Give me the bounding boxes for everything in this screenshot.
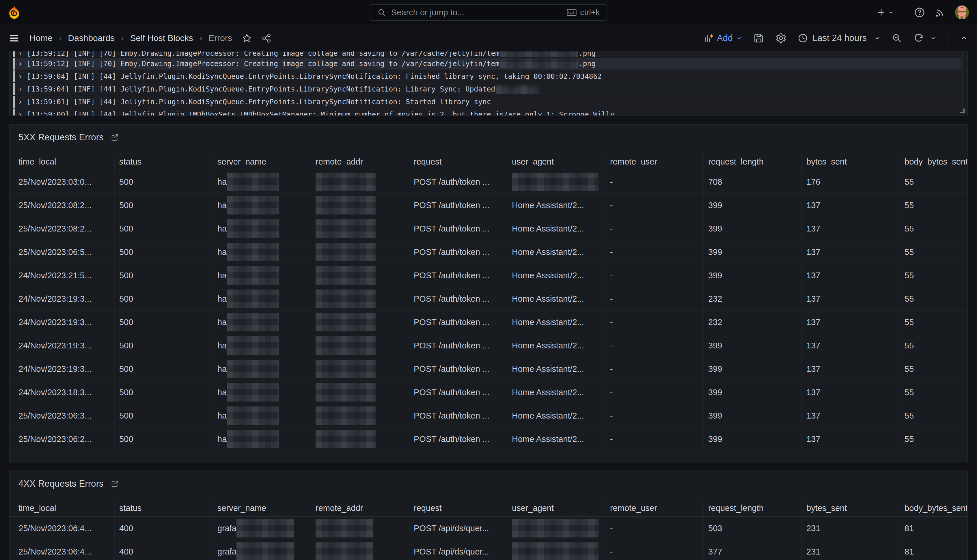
column-header-bytes_sent[interactable]: bytes_sent (802, 500, 900, 516)
column-header-user_agent[interactable]: user_agent (507, 153, 605, 170)
cell-user_agent: Home Assistant/2... (507, 217, 605, 240)
panel-resize-handle[interactable] (960, 108, 965, 113)
breadcrumb-item[interactable]: Errors (208, 33, 232, 43)
log-row[interactable]: ›[13:59:12] [INF] [70] Emby.Drawing.Imag… (13, 58, 961, 70)
refresh-icon (914, 33, 924, 43)
column-header-remote_user[interactable]: remote_user (605, 500, 703, 516)
column-header-remote_user[interactable]: remote_user (605, 153, 703, 170)
add-panel-button[interactable]: Add (704, 33, 742, 43)
cell-request: POST /auth/token ... (409, 381, 507, 404)
breadcrumb-item[interactable]: Dashboards (68, 33, 115, 43)
mega-menu-button[interactable] (9, 33, 20, 43)
log-row[interactable]: ›[13:59:00] [INF] [44] Jellyfin.Plugin.T… (13, 108, 961, 116)
divider (904, 6, 904, 19)
column-header-user_agent[interactable]: user_agent (507, 500, 605, 516)
log-row[interactable]: ›[13:59:04] [INF] [44] Jellyfin.Plugin.K… (13, 83, 961, 95)
cell-body_bytes_sent: 55 (900, 334, 967, 357)
new-menu-button[interactable] (877, 8, 894, 17)
cell-time_local: 25/Nov/2023:06:4... (10, 517, 114, 540)
expand-chevron-icon[interactable]: › (19, 110, 22, 116)
cell-bytes_sent: 137 (802, 194, 900, 217)
column-header-server_name[interactable]: server_name (212, 153, 311, 170)
cell-remote_user: - (605, 170, 703, 193)
log-row[interactable]: ›[13:59:01] [INF] [44] Jellyfin.Plugin.K… (13, 96, 961, 108)
cell-body_bytes_sent: 55 (900, 404, 967, 427)
add-label: Add (717, 33, 733, 43)
column-header-request_length[interactable]: request_length (703, 500, 802, 516)
cell-body_bytes_sent: 55 (900, 311, 967, 334)
collapse-topbar-button[interactable] (960, 34, 968, 42)
redacted-text (315, 313, 376, 332)
cell-status: 500 (114, 287, 212, 310)
save-dashboard-button[interactable] (754, 33, 764, 43)
column-header-request[interactable]: request (409, 153, 507, 170)
expand-chevron-icon[interactable]: › (19, 85, 22, 93)
breadcrumb-item[interactable]: Self Host Blocks (130, 33, 193, 43)
search-input[interactable]: Search or jump to... ctrl+k (370, 4, 607, 21)
refresh-button[interactable] (914, 33, 936, 43)
cell-remote_user: - (605, 517, 703, 540)
table-row: 25/Nov/2023:06:5...500haPOST /auth/token… (10, 240, 967, 264)
dashboard-toolbar: Home›Dashboards›Self Host Blocks›Errors … (0, 25, 977, 52)
expand-chevron-icon[interactable]: › (19, 52, 22, 57)
redacted-text (315, 243, 376, 261)
redacted-text (500, 59, 578, 68)
add-panel-icon (704, 33, 714, 43)
column-header-server_name[interactable]: server_name (212, 500, 311, 516)
cell-server_name: ha (212, 381, 311, 404)
expand-chevron-icon[interactable]: › (19, 59, 22, 68)
log-message: [13:59:12] [INF] [70] Emby.Drawing.Image… (27, 52, 595, 57)
column-header-bytes_sent[interactable]: bytes_sent (802, 153, 900, 170)
column-header-remote_addr[interactable]: remote_addr (311, 153, 409, 170)
star-icon (242, 33, 252, 43)
cell-server_name: ha (212, 287, 311, 310)
cell-time_local: 25/Nov/2023:06:2... (10, 428, 114, 451)
breadcrumb-separator: › (200, 33, 202, 43)
external-link-icon[interactable] (110, 133, 119, 142)
dashboard-settings-button[interactable] (775, 33, 787, 43)
cell-bytes_sent: 137 (802, 287, 900, 310)
column-header-body_bytes_sent[interactable]: body_bytes_sent (900, 500, 967, 516)
breadcrumb-item[interactable]: Home (30, 33, 53, 43)
column-header-status[interactable]: status (114, 153, 212, 170)
time-range-picker[interactable]: Last 24 hours (798, 33, 880, 43)
share-icon (262, 33, 272, 43)
redacted-text (227, 243, 278, 261)
news-button[interactable] (935, 7, 945, 18)
cell-time_local: 25/Nov/2023:06:5... (10, 240, 114, 263)
favorite-button[interactable] (242, 33, 252, 43)
column-header-request[interactable]: request (409, 500, 507, 516)
log-row[interactable]: ›[13:59:12] [INF] [70] Emby.Drawing.Imag… (13, 52, 961, 57)
expand-chevron-icon[interactable]: › (19, 97, 22, 106)
table-row: 24/Nov/2023:19:3...500haPOST /auth/token… (10, 334, 967, 357)
breadcrumb: Home›Dashboards›Self Host Blocks›Errors (30, 33, 232, 43)
external-link-icon[interactable] (110, 480, 119, 488)
redacted-text (227, 430, 278, 448)
log-scrollbar[interactable] (962, 52, 963, 114)
expand-chevron-icon[interactable]: › (19, 72, 22, 81)
column-header-status[interactable]: status (114, 500, 212, 516)
column-header-body_bytes_sent[interactable]: body_bytes_sent (900, 153, 967, 170)
share-button[interactable] (262, 33, 272, 43)
column-header-request_length[interactable]: request_length (703, 153, 802, 170)
cell-remote_user: - (605, 240, 703, 263)
column-header-time_local[interactable]: time_local (10, 153, 114, 170)
cell-bytes_sent: 137 (802, 264, 900, 287)
cell-time_local: 25/Nov/2023:08:2... (10, 194, 114, 217)
redacted-text (315, 542, 373, 560)
redacted-text (315, 196, 376, 215)
zoom-out-button[interactable] (892, 33, 902, 43)
clock-icon (798, 33, 808, 43)
cell-remote_addr (311, 240, 409, 263)
column-header-time_local[interactable]: time_local (10, 500, 114, 516)
help-button[interactable] (914, 7, 925, 18)
log-message: [13:59:12] [INF] [70] Emby.Drawing.Image… (27, 59, 595, 68)
user-avatar[interactable] (955, 5, 969, 19)
hamburger-icon (9, 33, 20, 43)
log-level-bar (13, 83, 15, 95)
cell-status: 500 (114, 194, 212, 217)
column-header-remote_addr[interactable]: remote_addr (311, 500, 409, 516)
panel-4xx: 4XX Requests Errors time_localstatusserv… (9, 470, 968, 560)
log-row[interactable]: ›[13:59:04] [INF] [44] Jellyfin.Plugin.K… (13, 70, 961, 82)
grafana-logo[interactable] (8, 6, 20, 19)
